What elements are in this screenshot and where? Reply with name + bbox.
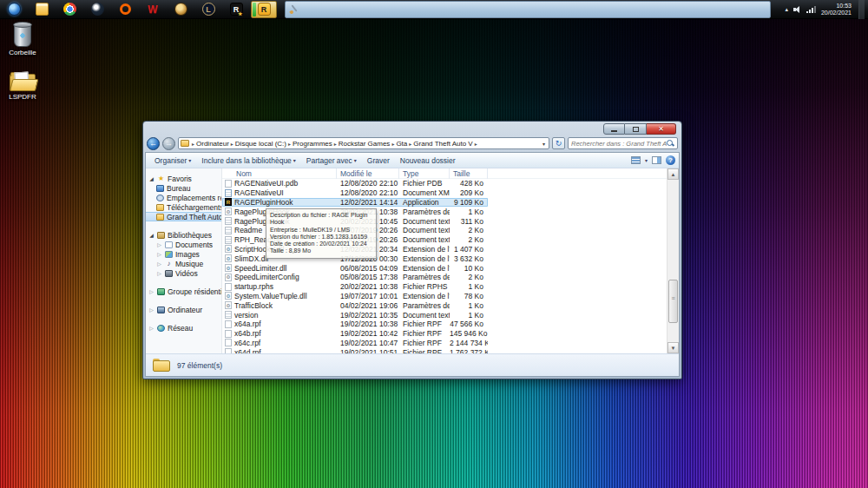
tree-collapsed-icon[interactable]: ▷ (156, 241, 162, 247)
back-button[interactable]: ← (147, 137, 160, 150)
sidebar-item-musique[interactable]: ▷♪Musique (146, 259, 221, 268)
toolbar-organiser-button[interactable]: Organiser▾ (149, 154, 196, 168)
views-chevron-down-icon[interactable]: ▾ (645, 157, 648, 163)
sidebar-item-ordinateur[interactable]: ▷Ordinateur (146, 305, 221, 314)
column-header-type[interactable]: Type (399, 168, 450, 179)
tree-expanded-icon[interactable]: ◢ (148, 232, 155, 238)
scroll-down-arrow-icon[interactable]: ▼ (667, 342, 679, 353)
network-icon[interactable] (806, 6, 816, 13)
sidebar-item-grand-theft-auto-v[interactable]: Grand Theft Auto V (146, 212, 221, 221)
search-input[interactable] (571, 140, 667, 148)
sidebar-item-favoris[interactable]: ◢★Favoris (146, 174, 221, 183)
column-header-name[interactable]: Nom (222, 168, 337, 179)
hidden-icons-chevron-icon[interactable]: ▴ (785, 6, 788, 13)
sidebar-item-documents[interactable]: ▷Documents (146, 240, 221, 249)
column-header-size[interactable]: Taille (450, 168, 488, 179)
file-row-startup-rphs[interactable]: startup.rphs20/02/2021 10:38Fichier RPHS… (222, 282, 667, 292)
sidebar-item-biblioth-ques[interactable]: ◢Bibliothèques (146, 230, 221, 240)
breadcrumb-item-gta[interactable]: Gta (395, 140, 408, 148)
search-icon[interactable] (667, 140, 674, 148)
tree-collapsed-icon[interactable]: ▷ (148, 288, 155, 294)
change-view-icon[interactable] (631, 156, 641, 164)
taskbar-google-chrome-button[interactable] (56, 1, 82, 18)
taskbar-red-w-app-button[interactable]: W (140, 1, 166, 18)
file-name: SpeedLimiterConfig (222, 273, 337, 281)
tree-collapsed-icon[interactable]: ▷ (148, 325, 155, 331)
minimize-button[interactable] (603, 123, 625, 135)
file-name: System.ValueTuple.dll (222, 292, 337, 300)
toolbar-nouveau-dossier-button[interactable]: Nouveau dossier (395, 154, 461, 168)
breadcrumb-item-grand-theft-auto-v[interactable]: Grand Theft Auto V (412, 140, 473, 148)
toolbar-inclure-dans-la-biblioth-que-button[interactable]: Inclure dans la bibliothèque▾ (196, 154, 301, 168)
file-row-speedlimiterconfig[interactable]: SpeedLimiterConfig05/08/2015 17:38Paramè… (222, 273, 667, 282)
file-name-text: version (234, 311, 258, 320)
sidebar-item-images[interactable]: ▷Images (146, 249, 221, 259)
toolbar-partager-avec-button[interactable]: Partager avec▾ (301, 154, 362, 168)
help-icon[interactable]: ? (666, 155, 675, 165)
file-row-ragenativeui-pdb[interactable]: RAGENativeUI.pdb12/08/2020 22:10Fichier … (222, 179, 667, 188)
taskbar-gold-emblem-app-button[interactable] (168, 1, 194, 18)
folder-icon (156, 204, 164, 211)
column-header-modified[interactable]: Modifié le (337, 168, 399, 179)
file-modified-date: 19/02/2021 10:38 (337, 320, 399, 328)
file-row-ragenativeui[interactable]: RAGENativeUI12/08/2020 22:10Document XML… (222, 188, 667, 198)
volume-icon[interactable] (793, 6, 801, 13)
sidebar-item-r-seau[interactable]: ▷Réseau (146, 323, 221, 333)
breadcrumb-item-ordinateur[interactable]: Ordinateur (195, 140, 230, 148)
taskbar-windows-start-button[interactable] (1, 1, 27, 18)
taskbar-steam-button[interactable] (84, 1, 110, 18)
file-row-system-valuetuple-dll[interactable]: System.ValueTuple.dll19/07/2017 10:01Ext… (222, 292, 667, 301)
sidebar-item-vid-os[interactable]: ▷Vidéos (146, 268, 221, 278)
tree-collapsed-icon[interactable]: ▷ (156, 260, 162, 267)
desktop-icon-recycle-bin[interactable]: Corbeille (0, 23, 45, 56)
plain-file-icon (225, 339, 232, 346)
taskbar-clock[interactable]: 10:53 20/02/2021 (821, 3, 853, 16)
command-toolbar: Organiser▾Inclure dans la bibliothèque▾P… (146, 153, 679, 168)
file-row-x64c-rpf[interactable]: x64c.rpf19/02/2021 10:47Fichier RPF2 144… (222, 339, 667, 348)
dll-file-icon (225, 254, 232, 262)
file-row-ragepluginhook[interactable]: RRAGEPluginHook12/02/2021 14:14Applicati… (222, 198, 488, 208)
file-row-x64b-rpf[interactable]: x64b.rpf19/02/2021 10:42Fichier RPF145 9… (222, 329, 667, 339)
show-desktop-button[interactable] (858, 0, 865, 19)
tree-collapsed-icon[interactable]: ▷ (156, 270, 162, 276)
file-row-speedlimiter-dll[interactable]: SpeedLimiter.dll06/08/2015 04:09Extensio… (222, 263, 667, 273)
file-row-x64a-rpf[interactable]: x64a.rpf19/02/2021 10:38Fichier RPF47 56… (222, 320, 667, 329)
file-type: Paramètres de co... (399, 208, 450, 216)
breadcrumb-item-programmes[interactable]: Programmes (292, 140, 333, 148)
taskbar-windows-explorer-button[interactable] (29, 1, 55, 18)
taskbar-rockstar-social-club-button[interactable]: R (251, 1, 277, 18)
preview-pane-icon[interactable] (652, 156, 661, 164)
file-row-version[interactable]: version19/02/2021 10:35Document texte1 K… (222, 310, 667, 320)
breadcrumb-item-disque-local-c[interactable]: Disque local (C:) (234, 140, 287, 148)
breadcrumb-item-rockstar-games[interactable]: Rockstar Games (338, 140, 391, 148)
sidebar-item-bureau[interactable]: Bureau (146, 183, 221, 193)
sidebar-item-t-l-chargements[interactable]: Téléchargements (146, 202, 221, 212)
taskbar-rockstar-launcher-button[interactable]: R (223, 1, 249, 18)
sidebar-item-groupe-r-sidentiel[interactable]: ▷Groupe résidentiel (146, 287, 221, 296)
taskbar-active-window-button[interactable] (285, 1, 771, 18)
taskbar-league-of-legends-button[interactable]: L (195, 1, 221, 18)
address-bar[interactable]: ▸ Ordinateur▸Disque local (C:)▸Programme… (178, 137, 549, 149)
toolbar-graver-button[interactable]: Graver (362, 154, 395, 168)
forward-button[interactable]: → (162, 137, 175, 150)
tree-collapsed-icon[interactable]: ▷ (148, 307, 155, 313)
sidebar-item-label: Musique (175, 260, 203, 268)
file-row-trafficblock[interactable]: TrafficBlock04/02/2021 19:06Paramètres d… (222, 300, 667, 310)
vertical-scrollbar[interactable]: ▲ ▼ (667, 168, 679, 353)
close-button[interactable]: ✕ (647, 123, 676, 135)
refresh-button[interactable]: ↻ (552, 137, 565, 149)
sidebar-item-emplacements-r-cents[interactable]: Emplacements récents (146, 193, 221, 202)
file-size: 78 Ko (450, 292, 488, 300)
file-row-x64d-rpf[interactable]: x64d.rpf19/02/2021 10:51Fichier RPF1 762… (222, 347, 667, 353)
address-dropdown-chevron-icon[interactable]: ▾ (541, 141, 547, 147)
file-size: 209 Ko (450, 188, 488, 197)
tree-expanded-icon[interactable]: ◢ (148, 175, 155, 181)
scrollbar-thumb[interactable] (668, 280, 678, 323)
taskbar-origin-button[interactable] (112, 1, 138, 18)
file-modified-date: 19/07/2017 10:01 (337, 292, 399, 300)
scroll-up-arrow-icon[interactable]: ▲ (667, 168, 679, 180)
desktop-icon-lspdfr[interactable]: LSPDFR (0, 71, 45, 101)
maximize-button[interactable] (625, 123, 647, 135)
tree-collapsed-icon[interactable]: ▷ (156, 251, 162, 257)
taskbar-pinned-icons: WLRR (0, 0, 278, 19)
